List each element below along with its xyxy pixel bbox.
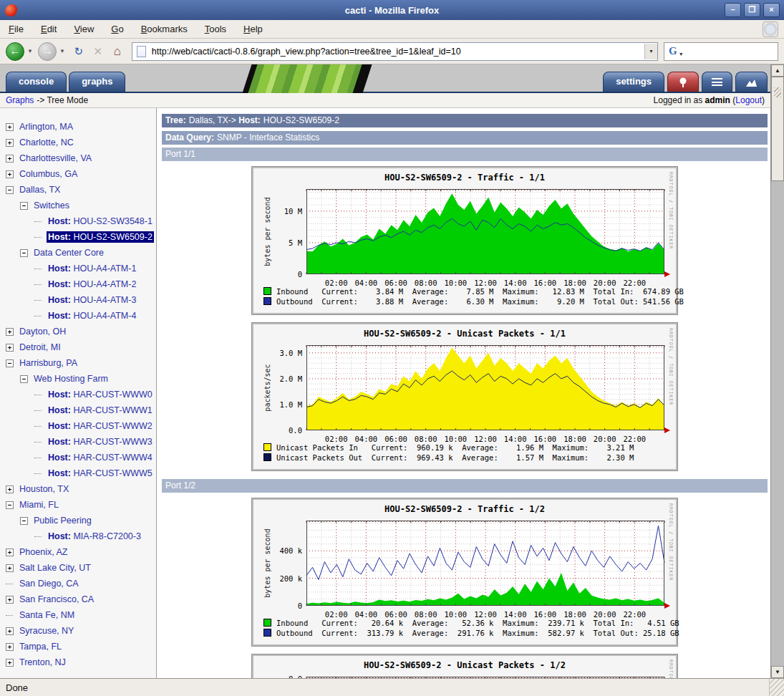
tree-item[interactable]: Host: HOU-A4-ATM-1: [0, 261, 156, 276]
tree-item[interactable]: +Houston, TX: [0, 481, 156, 497]
tree-item[interactable]: −Public Peering: [0, 513, 156, 528]
tree-item-label[interactable]: Charlotte, NC: [18, 137, 75, 148]
scrollbar-thumb[interactable]: [771, 77, 784, 181]
scroll-up-button[interactable]: ▲: [771, 64, 784, 77]
tree-item[interactable]: −Miami, FL: [0, 497, 156, 513]
plus-expander-icon[interactable]: +: [6, 123, 14, 131]
tree-item[interactable]: +Tampa, FL: [0, 639, 156, 654]
tree-item-label[interactable]: Host: HOU-A4-ATM-1: [47, 263, 137, 274]
resize-grip[interactable]: [769, 679, 784, 696]
tree-item-label[interactable]: Public Peering: [32, 515, 93, 526]
tree-item-label[interactable]: Host: HAR-CUST-WWW0: [47, 389, 154, 400]
tree-item-label[interactable]: Data Center Core: [32, 247, 105, 258]
tree-item[interactable]: +San Francisco, CA: [0, 591, 156, 607]
tree-item-label[interactable]: Santa Fe, NM: [18, 609, 76, 621]
plus-expander-icon[interactable]: +: [6, 564, 14, 572]
tree-item[interactable]: Host: HAR-CUST-WWW2: [0, 418, 156, 434]
tree-item-label[interactable]: Dayton, OH: [18, 326, 67, 337]
url-input[interactable]: [150, 46, 644, 57]
vertical-scrollbar[interactable]: ▲ ▼: [770, 64, 784, 678]
tree-item-label[interactable]: Switches: [32, 200, 71, 211]
tree-item[interactable]: +Trenton, NJ: [0, 654, 156, 670]
reload-button[interactable]: ↻: [70, 43, 87, 60]
close-button[interactable]: ×: [763, 3, 780, 17]
unicast-graph-port-1-2[interactable]: HOU-S2-SW6509-2 - Unicast Packets - 1/2R…: [252, 654, 677, 678]
tree-item-label[interactable]: Host: HOU-S2-SW6509-2: [47, 231, 154, 243]
tab-graphs[interactable]: graphs: [69, 72, 125, 92]
minus-expander-icon[interactable]: −: [20, 249, 28, 257]
tree-item[interactable]: −Dallas, TX: [0, 182, 156, 198]
preview-view-tab[interactable]: [735, 72, 768, 92]
tree-item-label[interactable]: Charlottesville, VA: [18, 153, 93, 164]
url-dropdown-button[interactable]: ▼: [644, 44, 657, 59]
menu-item-bookmarks[interactable]: Bookmarks: [141, 24, 188, 34]
unicast-graph-port-1-1[interactable]: HOU-S2-SW6509-2 - Unicast Packets - 1/1p…: [252, 323, 677, 470]
tree-item[interactable]: +Columbus, GA: [0, 166, 156, 182]
search-input[interactable]: [684, 46, 778, 57]
tree-item-label[interactable]: Host: HOU-S2-SW3548-1: [47, 216, 154, 227]
plus-expander-icon[interactable]: +: [6, 170, 14, 178]
tree-item-label[interactable]: Host: HAR-CUST-WWW3: [47, 436, 154, 448]
minus-expander-icon[interactable]: −: [20, 202, 28, 210]
menu-item-tools[interactable]: Tools: [205, 24, 226, 34]
menu-item-help[interactable]: Help: [243, 24, 263, 34]
tree-item[interactable]: +Syracuse, NY: [0, 623, 156, 639]
tree-item[interactable]: Host: HAR-CUST-WWW4: [0, 450, 156, 465]
back-button[interactable]: ←: [6, 42, 24, 61]
tree-item[interactable]: San Diego, CA: [0, 576, 156, 591]
list-view-tab[interactable]: [702, 72, 732, 92]
tree-item[interactable]: Host: HOU-A4-ATM-3: [0, 292, 156, 308]
minus-expander-icon[interactable]: −: [20, 375, 28, 383]
tree-item-label[interactable]: Host: HAR-CUST-WWW5: [47, 468, 154, 479]
plus-expander-icon[interactable]: +: [6, 596, 14, 604]
tree-item-label[interactable]: Host: HOU-A4-ATM-3: [47, 294, 137, 306]
tree-item-label[interactable]: Host: HAR-CUST-WWW4: [47, 452, 154, 463]
menu-item-go[interactable]: Go: [111, 24, 123, 34]
plus-expander-icon[interactable]: +: [6, 155, 14, 163]
tree-item[interactable]: +Detroit, MI: [0, 339, 156, 355]
tree-item-label[interactable]: Host: HOU-A4-ATM-2: [47, 279, 137, 290]
search-engine-dropdown-icon[interactable]: ▼: [679, 52, 684, 57]
menu-item-view[interactable]: View: [74, 24, 94, 34]
plus-expander-icon[interactable]: +: [6, 344, 14, 352]
plus-expander-icon[interactable]: +: [6, 139, 14, 147]
tree-item[interactable]: −Data Center Core: [0, 245, 156, 261]
traffic-graph-port-1-1[interactable]: HOU-S2-SW6509-2 - Traffic - 1/1bytes per…: [252, 167, 677, 314]
plus-expander-icon[interactable]: +: [6, 627, 14, 635]
stop-button[interactable]: ✕: [89, 43, 107, 60]
tree-item[interactable]: −Harrisburg, PA: [0, 355, 156, 371]
maximize-button[interactable]: ❐: [744, 3, 760, 17]
tree-item[interactable]: −Web Hosting Farm: [0, 371, 156, 387]
plus-expander-icon[interactable]: +: [6, 659, 14, 667]
minus-expander-icon[interactable]: −: [6, 186, 14, 194]
breadcrumb-graphs-link[interactable]: Graphs: [6, 95, 34, 105]
tree-item[interactable]: +Salt Lake City, UT: [0, 560, 156, 576]
tree-item[interactable]: +Charlottesville, VA: [0, 150, 156, 166]
tree-item-label[interactable]: San Francisco, CA: [18, 594, 95, 605]
tree-item-label[interactable]: Salt Lake City, UT: [18, 562, 92, 574]
tree-item-label[interactable]: Detroit, MI: [18, 342, 62, 353]
plus-expander-icon[interactable]: +: [6, 643, 14, 651]
tree-item-label[interactable]: Arlington, MA: [18, 121, 74, 132]
tree-item[interactable]: Santa Fe, NM: [0, 607, 156, 623]
tree-item-label[interactable]: Web Hosting Farm: [32, 373, 110, 385]
plus-expander-icon[interactable]: +: [6, 328, 14, 336]
menu-item-file[interactable]: File: [9, 24, 24, 34]
tree-item[interactable]: Host: HAR-CUST-WWW1: [0, 402, 156, 418]
menu-item-edit[interactable]: Edit: [41, 24, 57, 34]
tree-item-label[interactable]: Houston, TX: [18, 483, 70, 495]
tree-item-label[interactable]: Host: MIA-R8-C7200-3: [47, 531, 142, 542]
tree-item[interactable]: Host: HAR-CUST-WWW0: [0, 387, 156, 402]
tree-item[interactable]: Host: HOU-S2-SW3548-1: [0, 213, 156, 229]
plus-expander-icon[interactable]: +: [6, 548, 14, 556]
minimize-button[interactable]: –: [725, 3, 741, 17]
tree-item[interactable]: Host: HOU-A4-ATM-4: [0, 308, 156, 324]
tree-item[interactable]: Host: HOU-S2-SW6509-2: [0, 229, 156, 245]
forward-button[interactable]: →: [38, 42, 57, 61]
tree-item-label[interactable]: Syracuse, NY: [18, 625, 75, 637]
plus-expander-icon[interactable]: +: [6, 485, 14, 493]
forward-dropdown-icon[interactable]: ▼: [59, 48, 65, 54]
tree-item-label[interactable]: Trenton, NJ: [18, 657, 67, 668]
minus-expander-icon[interactable]: −: [20, 517, 28, 525]
tree-item[interactable]: Host: HAR-CUST-WWW5: [0, 465, 156, 481]
